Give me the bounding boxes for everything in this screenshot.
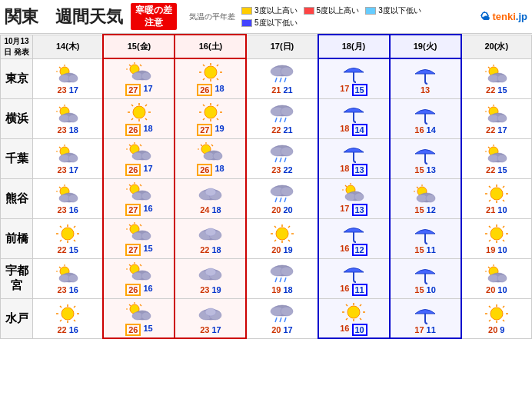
svg-point-15 <box>204 66 217 78</box>
weather-cell-0-0: 2317 <box>33 58 104 98</box>
temp-low-5-0: 16 <box>69 285 78 294</box>
temps-3-2: 2418 <box>177 205 244 214</box>
svg-point-263 <box>281 307 293 316</box>
temps-4-4: 1612 <box>321 244 387 256</box>
weather-cell-0-5: 13 <box>390 58 461 98</box>
temp-low-6-6: 9 <box>500 325 504 334</box>
temp-high-4-3: 20 <box>271 245 281 254</box>
temps-3-3: 2020 <box>248 205 315 214</box>
temps-3-5: 1512 <box>392 205 459 214</box>
temp-low-2-3: 22 <box>283 165 292 175</box>
temps-2-4: 1813 <box>321 164 387 176</box>
temp-low-0-2: 18 <box>214 84 224 96</box>
weather-cell-2-1: 2617 <box>103 138 175 178</box>
weather-icon-4-2 <box>177 222 244 245</box>
temp-high-0-5: 13 <box>421 85 430 95</box>
weather-cell-5-0: 2316 <box>33 258 104 298</box>
temp-low-1-6: 17 <box>497 125 507 135</box>
svg-line-247 <box>74 306 75 308</box>
svg-line-88 <box>129 145 131 146</box>
weather-icon-6-1 <box>105 301 172 324</box>
svg-line-54 <box>131 118 133 120</box>
temp-low-5-5: 10 <box>427 285 436 294</box>
temp-high-2-4: 18 <box>340 164 349 176</box>
weather-cell-2-2: 2618 <box>175 138 246 178</box>
legend-low3: 3度以下低い <box>365 5 421 16</box>
weather-cell-6-1: 2615 <box>103 298 175 338</box>
date-header-row: 10月13日 発表 14(木) 15(金) 16(土) 17(日) 18(月) … <box>1 35 532 58</box>
weather-icon-2-1 <box>105 141 172 164</box>
temp-high-3-5: 15 <box>414 205 424 214</box>
temps-2-1: 2617 <box>105 164 172 176</box>
temp-low-0-0: 17 <box>69 85 78 95</box>
svg-point-93 <box>141 152 151 160</box>
date-16: 16(土) <box>175 35 246 58</box>
svg-line-106 <box>280 158 281 162</box>
temp-high-3-4: 17 <box>340 204 349 216</box>
weather-icon-1-0 <box>35 102 101 125</box>
svg-point-148 <box>354 193 364 201</box>
weather-cell-6-0: 2216 <box>33 298 104 338</box>
temp-low-3-5: 12 <box>427 205 436 214</box>
svg-point-138 <box>281 187 293 196</box>
svg-point-135 <box>205 188 216 196</box>
weather-icon-6-3 <box>248 302 315 325</box>
svg-line-34 <box>488 67 490 68</box>
legend-box-high5 <box>304 7 314 15</box>
weather-icon-3-1 <box>105 181 172 204</box>
svg-point-123 <box>68 195 78 202</box>
temps-6-0: 2216 <box>35 325 101 334</box>
weather-table-wrapper: 10月13日 発表 14(木) 15(金) 16(土) 17(日) 18(月) … <box>0 34 532 339</box>
svg-point-131 <box>141 192 151 200</box>
temp-high-1-4: 18 <box>340 124 349 136</box>
temps-1-3: 2221 <box>248 125 315 135</box>
svg-line-273 <box>360 318 361 320</box>
weather-cell-6-6: 209 <box>461 298 532 338</box>
svg-line-285 <box>489 320 490 321</box>
weather-icon-5-4 <box>321 261 387 284</box>
weather-icon-1-4 <box>321 101 387 124</box>
legend-high5: 5度以上高い <box>304 5 360 16</box>
temp-high-5-2: 23 <box>200 285 209 294</box>
svg-line-284 <box>503 306 504 308</box>
weather-cell-6-3: 2017 <box>246 298 318 338</box>
city-name-4: 前橋 <box>1 218 33 258</box>
svg-line-41 <box>59 107 61 108</box>
temp-low-4-0: 15 <box>69 245 78 254</box>
svg-point-227 <box>281 267 293 276</box>
temp-low-3-6: 10 <box>497 205 507 214</box>
legend-box-high3 <box>241 7 252 15</box>
weather-icon-1-6 <box>464 102 530 125</box>
legend-box-low3 <box>365 7 376 15</box>
svg-line-140 <box>280 198 281 202</box>
temp-high-4-5: 15 <box>414 245 424 254</box>
svg-line-53 <box>145 105 147 106</box>
temp-low-6-3: 17 <box>283 325 292 334</box>
svg-line-23 <box>203 78 204 80</box>
svg-point-66 <box>281 107 293 116</box>
temp-high-6-1: 26 <box>125 324 141 336</box>
weather-icon-2-5 <box>392 142 459 165</box>
temp-high-2-0: 23 <box>57 165 66 175</box>
temp-high-0-3: 21 <box>271 85 281 95</box>
temp-low-5-3: 18 <box>283 285 292 294</box>
city-row-3: 熊谷 2316 2716 2418 <box>1 178 532 218</box>
temp-low-3-0: 16 <box>69 205 78 214</box>
weather-icon-5-5 <box>392 262 459 285</box>
weather-cell-4-0: 2215 <box>33 218 104 258</box>
temp-low-6-2: 17 <box>211 325 221 334</box>
svg-point-85 <box>68 155 78 162</box>
weather-icon-2-4 <box>321 141 387 164</box>
svg-line-217 <box>140 264 141 266</box>
temp-high-3-6: 21 <box>486 205 495 214</box>
issue-date: 10月13日 発表 <box>4 37 29 56</box>
avg-label: 気温の平年差 <box>189 12 235 22</box>
weather-cell-3-5: 1512 <box>390 178 461 218</box>
temp-high-1-6: 22 <box>486 125 495 135</box>
temps-6-1: 2615 <box>105 324 172 336</box>
temp-high-4-4: 16 <box>340 244 349 256</box>
weather-cell-5-2: 2319 <box>175 258 246 298</box>
svg-line-21 <box>217 78 218 80</box>
temps-5-1: 2616 <box>105 284 172 296</box>
temp-high-6-3: 20 <box>271 325 281 334</box>
